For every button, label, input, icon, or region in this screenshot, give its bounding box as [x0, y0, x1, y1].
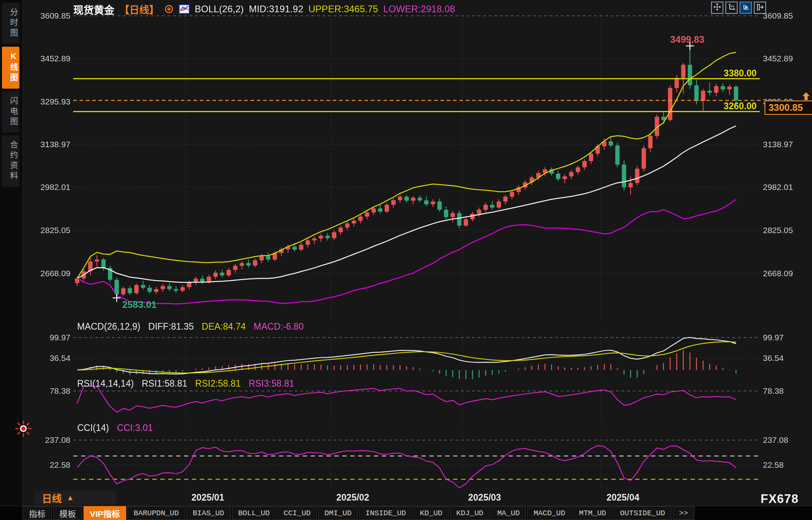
auto-follow-tool-icon [742, 4, 749, 12]
mini-chart-icon[interactable] [179, 4, 190, 14]
sidebar-tab-分时图[interactable]: 分时图 [2, 3, 19, 44]
dock-panel-tool-icon [757, 4, 764, 12]
top-right-toolbar [711, 2, 766, 14]
chart-canvas[interactable] [0, 0, 812, 520]
cci-title: CCI(14) [77, 423, 109, 433]
add-indicator-icon[interactable] [164, 4, 174, 14]
bottom-tab-CCI_UD[interactable]: CCI_UD [277, 506, 317, 520]
bottom-tab-MACD_UD[interactable]: MACD_UD [527, 506, 571, 520]
left-sidebar: 分时图K线图闪电图合约资料 [0, 0, 23, 520]
scroll-to-latest-icon[interactable] [802, 91, 810, 101]
bottom-tab-VIP指标[interactable]: VIP指标 [83, 506, 126, 520]
cci-value: CCI:3.01 [117, 423, 153, 433]
rsi-label-row: RSI(14,14,14) RSI1:58.81 RSI2:58.81 RSI3… [77, 378, 294, 389]
rsi3-value: RSI3:58.81 [249, 378, 294, 389]
rsi-title: RSI(14,14,14) [77, 378, 134, 389]
dock-panel-tool-button[interactable] [754, 2, 766, 14]
live-indicator-icon [15, 420, 32, 437]
app-window: 分时图K线图闪电图合约资料 现货黄金 【日线】 BOLL(26,2) MID:3… [0, 0, 812, 520]
indicator-tab-bar: 指标模板VIP指标BARUPDN_UDBIAS_UDBOLL_UDCCI_UDD… [0, 506, 812, 520]
bottom-tab-指标[interactable]: 指标 [23, 506, 52, 520]
brand-watermark: FX678 [761, 492, 799, 506]
sidebar-tab-闪电图[interactable]: 闪电图 [2, 91, 19, 133]
boll-mid-value: MID:3191.92 [249, 4, 303, 15]
bottom-tab-DMI_UD[interactable]: DMI_UD [318, 506, 358, 520]
dropdown-up-icon: ▲ [66, 493, 74, 502]
chart-header: 现货黄金 【日线】 BOLL(26,2) MID:3191.92 UPPER:3… [73, 2, 455, 16]
sidebar-tab-K线图[interactable]: K线图 [2, 47, 19, 89]
bottom-tab-MA_UD[interactable]: MA_UD [491, 506, 526, 520]
bottom-tab-BOLL_UD[interactable]: BOLL_UD [232, 506, 276, 520]
macd-diff-value: DIFF:81.35 [148, 321, 194, 332]
bottom-tab-BIAS_UD[interactable]: BIAS_UD [186, 506, 231, 520]
macd-title: MACD(26,12,9) [77, 321, 140, 332]
bottom-tab-KDJ_UD[interactable]: KDJ_UD [450, 506, 489, 520]
sidebar-tab-合约资料[interactable]: 合约资料 [2, 135, 19, 187]
boll-lower-value: LOWER:2918.08 [383, 4, 455, 15]
macd-dea-value: DEA:84.74 [202, 321, 246, 332]
macd-hist-value: MACD:-6.80 [254, 321, 304, 332]
bottom-tab-MTM_UD[interactable]: MTM_UD [573, 506, 612, 520]
bottom-tab-KD_UD[interactable]: KD_UD [414, 506, 449, 520]
axis-range-tool-icon [728, 4, 735, 12]
pan-tool-icon [714, 4, 721, 12]
period-selector[interactable]: 日线 ▲ [35, 491, 116, 505]
bottom-tab-模板[interactable]: 模板 [53, 506, 82, 520]
period-tag[interactable]: 【日线】 [120, 2, 159, 16]
rsi2-value: RSI2:58.81 [195, 378, 241, 389]
cci-label-row: CCI(14) CCI:3.01 [77, 423, 153, 433]
symbol-name: 现货黄金 [73, 2, 114, 17]
bottom-tab--[interactable]: >> [673, 506, 694, 520]
boll-upper-value: UPPER:3465.75 [309, 4, 378, 15]
bottom-tab-INSIDE_UD[interactable]: INSIDE_UD [359, 506, 412, 520]
auto-follow-tool-button[interactable] [740, 2, 752, 14]
period-selector-label: 日线 [42, 491, 62, 505]
macd-label-row: MACD(26,12,9) DIFF:81.35 DEA:84.74 MACD:… [77, 321, 304, 332]
boll-params-label: BOLL(26,2) [195, 4, 244, 15]
axis-range-tool-button[interactable] [725, 2, 738, 14]
pan-tool-button[interactable] [711, 2, 723, 14]
bottom-tab-BARUPDN_UD[interactable]: BARUPDN_UD [127, 506, 185, 520]
bottom-tab-OUTSIDE_UD[interactable]: OUTSIDE_UD [614, 506, 672, 520]
rsi1-value: RSI1:58.81 [142, 378, 187, 389]
